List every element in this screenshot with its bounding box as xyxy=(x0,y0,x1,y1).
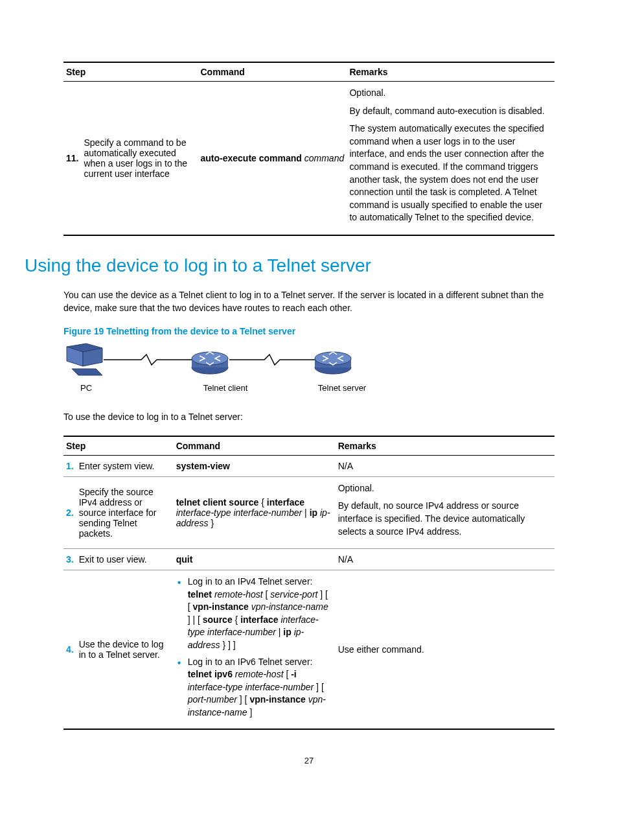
step-number: 11. xyxy=(63,82,81,235)
command-table-1: Step Command Remarks 11. Specify a comma… xyxy=(63,62,555,236)
table-row: 4. Use the device to log in to a Telnet … xyxy=(63,570,555,729)
cmd-ital: service-port xyxy=(270,589,317,600)
cmd-text: } ] ] xyxy=(220,640,236,650)
page-number: 27 xyxy=(63,756,555,765)
cmd-bold: telnet client source xyxy=(176,497,259,508)
cmd-bold: ip xyxy=(310,508,317,518)
step-command: auto-execute command command xyxy=(198,82,347,235)
cmd-ital: remote-host xyxy=(212,589,263,600)
remarks-text: Optional. xyxy=(338,482,552,495)
link-line xyxy=(104,355,192,365)
step-desc: Enter system view. xyxy=(76,455,174,476)
cmd-ital: port-number xyxy=(188,694,237,705)
cmd-ital: vpn-instance-name xyxy=(249,601,328,612)
step-desc: Use the device to log in to a Telnet ser… xyxy=(76,570,174,729)
cmd-text: | xyxy=(276,627,283,637)
step-desc: Specify a command to be automatically ex… xyxy=(81,82,198,235)
th-step: Step xyxy=(63,436,174,456)
step-remarks: Use either command. xyxy=(336,570,555,729)
table-row: 2. Specify the source IPv4 address or so… xyxy=(63,476,555,548)
cmd-text: { xyxy=(258,497,266,508)
pc-icon xyxy=(67,344,102,375)
cmd-bold: source xyxy=(203,614,233,625)
cmd-text: [ xyxy=(284,669,292,679)
router-icon xyxy=(192,352,228,374)
cmd-ital: interface-type interface-number xyxy=(188,682,314,692)
step-command: system-view xyxy=(174,455,336,476)
lead-in-text: To use the device to log in to a Telnet … xyxy=(63,411,555,424)
router-icon xyxy=(315,352,351,374)
cmd-bold: system-view xyxy=(176,461,230,471)
step-number: 3. xyxy=(63,549,76,570)
cmd-bold: interface xyxy=(267,497,304,508)
cmd-bold: ip xyxy=(283,627,291,637)
step-number: 2. xyxy=(63,476,76,548)
cmd-text: ] [ xyxy=(314,682,324,692)
step-command: Log in to an IPv4 Telnet server: telnet … xyxy=(174,570,336,729)
step-desc: Specify the source IPv4 address or sourc… xyxy=(76,476,174,548)
svg-marker-3 xyxy=(72,369,102,375)
figure-label-server: Telnet server xyxy=(297,383,387,393)
remarks-text: By default, command auto-execution is di… xyxy=(349,105,552,118)
cmd-text: { xyxy=(233,614,240,625)
remarks-text: The system automatically executes the sp… xyxy=(349,122,552,224)
remarks-text: Optional. xyxy=(349,87,552,100)
th-step: Step xyxy=(63,62,198,82)
cmd-bold: vpn-instance xyxy=(192,601,248,612)
svg-point-9 xyxy=(315,352,351,365)
cmd-text: ] xyxy=(247,707,253,718)
table-row: 3. Exit to user view. quit N/A xyxy=(63,549,555,570)
step-desc: Exit to user view. xyxy=(76,549,174,570)
cmd-bold: vpn-instance xyxy=(249,694,305,705)
th-remarks: Remarks xyxy=(347,62,555,82)
list-item: Log in to an IPv4 Telnet server: telnet … xyxy=(176,576,333,652)
step-remarks: Optional. By default, command auto-execu… xyxy=(347,82,555,235)
figure-label-client: Telnet client xyxy=(109,383,297,393)
step-number: 1. xyxy=(63,455,76,476)
remarks-text: By default, no source IPv4 address or so… xyxy=(338,500,552,538)
step-command: quit xyxy=(174,549,336,570)
step-remarks: Optional. By default, no source IPv4 add… xyxy=(336,476,555,548)
cmd-bold: telnet xyxy=(188,589,212,600)
cmd-text: ] [ xyxy=(237,694,249,705)
cmd-text: [ xyxy=(263,589,271,600)
step-command: telnet client source { interface interfa… xyxy=(174,476,336,548)
cmd-lead: Log in to an IPv4 Telnet server: xyxy=(188,576,313,587)
svg-point-6 xyxy=(192,352,228,365)
cmd-ital: command xyxy=(304,153,344,163)
cmd-ital: interface-type interface-number xyxy=(176,508,303,518)
th-command: Command xyxy=(174,436,336,456)
figure-diagram: PC Telnet client Telnet server xyxy=(63,342,555,393)
table-row: 11. Specify a command to be automaticall… xyxy=(63,82,555,235)
figure-label-pc: PC xyxy=(63,383,109,393)
step-remarks: N/A xyxy=(336,455,555,476)
cmd-bold: auto-execute command xyxy=(200,153,301,163)
step-remarks: N/A xyxy=(336,549,555,570)
th-command: Command xyxy=(198,62,347,82)
command-table-2: Step Command Remarks 1. Enter system vie… xyxy=(63,436,555,730)
cmd-ital: remote-host xyxy=(233,669,284,679)
section-title: Using the device to log in to a Telnet s… xyxy=(25,255,555,276)
step-number: 4. xyxy=(63,570,76,729)
intro-text: You can use the device as a Telnet clien… xyxy=(63,289,555,314)
cmd-bold: interface xyxy=(240,614,278,625)
cmd-bold: telnet ipv6 xyxy=(188,669,233,679)
cmd-text: } xyxy=(209,518,214,528)
cmd-text: | xyxy=(302,508,309,518)
cmd-bold: quit xyxy=(176,554,193,565)
cmd-bold: -i xyxy=(291,669,297,679)
cmd-text: ] | [ xyxy=(188,614,203,625)
figure-caption: Figure 19 Telnetting from the device to … xyxy=(63,326,555,336)
cmd-lead: Log in to an IPv6 Telnet server: xyxy=(188,657,313,667)
list-item: Log in to an IPv6 Telnet server: telnet … xyxy=(176,656,333,719)
th-remarks: Remarks xyxy=(336,436,555,456)
link-line xyxy=(229,355,315,365)
table-row: 1. Enter system view. system-view N/A xyxy=(63,455,555,476)
